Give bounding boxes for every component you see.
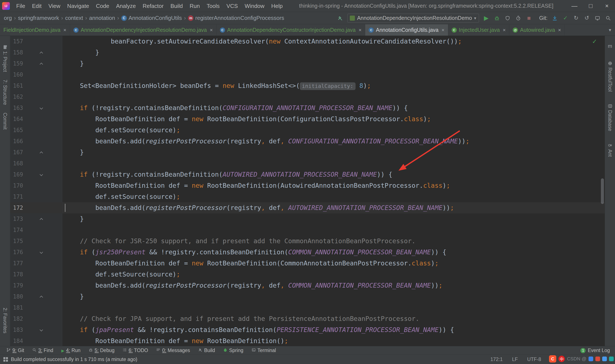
gutter-fold-area[interactable] xyxy=(23,291,62,302)
editor-line[interactable]: 171 def.setSource(source); xyxy=(10,191,605,202)
fold-expand-icon[interactable] xyxy=(40,328,43,332)
editor-line[interactable]: 169 if (!registry.containsBeanDefinition… xyxy=(10,169,605,180)
gutter-fold-area[interactable] xyxy=(23,147,62,158)
code-editor[interactable]: 157 beanFactory.setAutowireCandidateReso… xyxy=(10,36,605,346)
toolwindow-button-run[interactable]: ▶4: Run xyxy=(58,346,84,355)
menu-run[interactable]: Run xyxy=(186,0,203,12)
fold-collapse-icon[interactable] xyxy=(40,296,43,299)
editor-line[interactable]: 167 } xyxy=(10,147,605,158)
editor-line[interactable]: 164 RootBeanDefinition def = new RootBea… xyxy=(10,114,605,125)
monitor-icon[interactable] xyxy=(594,15,601,22)
menu-navigate[interactable]: Navigate xyxy=(64,0,93,12)
editor-line[interactable]: 172 beanDefs.add(registerPostProcessor(r… xyxy=(10,202,605,213)
breadcrumb-item[interactable]: org xyxy=(4,15,12,21)
tool-restfultool[interactable]: RestfulTool xyxy=(607,61,613,92)
profiler-button[interactable] xyxy=(515,15,522,22)
gutter-fold-area[interactable] xyxy=(23,247,62,258)
menu-file[interactable]: File xyxy=(13,0,29,12)
gutter-fold-area[interactable] xyxy=(23,169,62,180)
editor-line[interactable]: 180 } xyxy=(10,291,605,302)
event-log-button[interactable]: 1Event Log xyxy=(580,348,612,353)
tool-favorites[interactable]: 2: Favorites xyxy=(2,308,8,333)
tab-overflow-chevron-icon[interactable]: ▾ xyxy=(605,24,615,36)
menu-analyze[interactable]: Analyze xyxy=(113,0,139,12)
breadcrumb-item[interactable]: CAnnotationConfigUtils xyxy=(121,15,182,21)
tool-ant[interactable]: Ant xyxy=(607,143,613,157)
toolwindow-button-todo[interactable]: 6: TODO xyxy=(119,346,151,355)
tool-commit[interactable]: Commit xyxy=(2,113,8,130)
commit-button[interactable]: ✓ xyxy=(562,15,569,21)
tab-close-icon[interactable]: × xyxy=(359,27,361,33)
close-button[interactable]: × xyxy=(599,0,615,12)
gutter-fold-area[interactable] xyxy=(23,47,62,58)
breadcrumb-item[interactable]: context xyxy=(65,15,83,21)
tab-close-icon[interactable]: × xyxy=(441,27,445,33)
editor-line[interactable]: 179 beanDefs.add(registerPostProcessor(r… xyxy=(10,280,605,291)
menu-help[interactable]: Help xyxy=(268,0,286,12)
toolwindow-button-messages[interactable]: 0: Messages xyxy=(153,346,193,355)
editor-line[interactable]: 184 RootBeanDefinition def = new RootBea… xyxy=(10,335,605,346)
rollback-button[interactable]: ↺ xyxy=(583,15,590,21)
update-project-button[interactable] xyxy=(551,15,558,22)
build-hammer-icon[interactable] xyxy=(337,15,344,22)
coverage-button[interactable] xyxy=(504,15,511,22)
tab-close-icon[interactable]: × xyxy=(503,27,506,33)
editor-tab[interactable]: CAnnotationDependencyConstructorInjectio… xyxy=(216,24,365,36)
breadcrumb-item[interactable]: annotation xyxy=(89,15,115,21)
menu-edit[interactable]: Edit xyxy=(29,0,45,12)
line-separator[interactable]: LF xyxy=(512,357,518,362)
toolwindow-button-spring[interactable]: Spring xyxy=(220,346,247,355)
editor-line[interactable]: 173 } xyxy=(10,213,605,224)
gutter-fold-area[interactable] xyxy=(23,213,62,224)
maximize-button[interactable]: □ xyxy=(583,0,599,12)
history-button[interactable]: ↻ xyxy=(573,15,580,21)
menu-view[interactable]: View xyxy=(45,0,64,12)
tool-project[interactable]: 1: Project xyxy=(2,45,8,72)
fold-collapse-icon[interactable] xyxy=(40,218,43,221)
tool-window-switcher-icon[interactable] xyxy=(3,357,8,362)
gutter-fold-area[interactable] xyxy=(23,324,62,335)
editor-tab[interactable]: FieldInjectionDemo.java× xyxy=(0,24,70,36)
tab-close-icon[interactable]: × xyxy=(63,27,67,33)
cursor-position[interactable]: 172:1 xyxy=(490,357,503,362)
toolwindow-button-build[interactable]: Build xyxy=(195,346,218,355)
editor-line[interactable]: 174 xyxy=(10,224,605,235)
menu-tools[interactable]: Tools xyxy=(203,0,223,12)
editor-tab[interactable]: CAnnotationDependencyInjectionResolution… xyxy=(70,24,216,36)
gutter-fold-area[interactable] xyxy=(23,58,62,69)
editor-tab[interactable]: @Autowired.java× xyxy=(509,24,565,36)
fold-collapse-icon[interactable] xyxy=(40,152,43,155)
editor-tab[interactable]: CAnnotationConfigUtils.java× xyxy=(365,24,448,36)
tool-structure[interactable]: 7: Structure xyxy=(2,79,8,105)
gutter-fold-area[interactable] xyxy=(23,103,62,114)
editor-line[interactable]: 178 def.setSource(source); xyxy=(10,269,605,280)
file-encoding[interactable]: UTF-8 xyxy=(527,357,541,362)
menu-code[interactable]: Code xyxy=(93,0,113,12)
run-button[interactable]: ▶ xyxy=(483,14,490,22)
menu-refactor[interactable]: Refactor xyxy=(139,0,167,12)
breadcrumb-item[interactable]: springframework xyxy=(18,15,59,21)
fold-collapse-icon[interactable] xyxy=(40,52,43,55)
editor-line[interactable]: 162 xyxy=(10,91,605,103)
menu-vcs[interactable]: VCS xyxy=(223,0,241,12)
toolwindow-button-find[interactable]: 3: Find xyxy=(29,346,57,355)
editor-line[interactable]: 175 // Check for JSR-250 support, and if… xyxy=(10,235,605,247)
tab-close-icon[interactable]: × xyxy=(558,27,561,33)
editor-line[interactable]: 182 // Check for JPA support, and if pre… xyxy=(10,313,605,324)
editor-line[interactable]: 160 xyxy=(10,69,605,80)
editor-line[interactable]: 168 xyxy=(10,158,605,169)
editor-line[interactable]: 176 if (jsr250Present && !registry.conta… xyxy=(10,247,605,258)
tool-maven[interactable]: m xyxy=(608,43,612,49)
editor-line[interactable]: 170 RootBeanDefinition def = new RootBea… xyxy=(10,180,605,191)
tab-close-icon[interactable]: × xyxy=(210,27,213,33)
fold-expand-icon[interactable] xyxy=(40,106,43,110)
tool-database[interactable]: Database xyxy=(607,104,613,131)
minimize-button[interactable]: — xyxy=(566,0,583,12)
fold-collapse-icon[interactable] xyxy=(40,63,43,66)
editor-line[interactable]: 157 beanFactory.setAutowireCandidateReso… xyxy=(10,36,605,47)
stop-button[interactable]: ■ xyxy=(525,15,532,22)
editor-line[interactable]: 181 xyxy=(10,302,605,313)
editor-line[interactable]: 177 RootBeanDefinition def = new RootBea… xyxy=(10,258,605,269)
editor-line[interactable]: 166 beanDefs.add(registerPostProcessor(r… xyxy=(10,136,605,147)
fold-expand-icon[interactable] xyxy=(40,173,43,176)
